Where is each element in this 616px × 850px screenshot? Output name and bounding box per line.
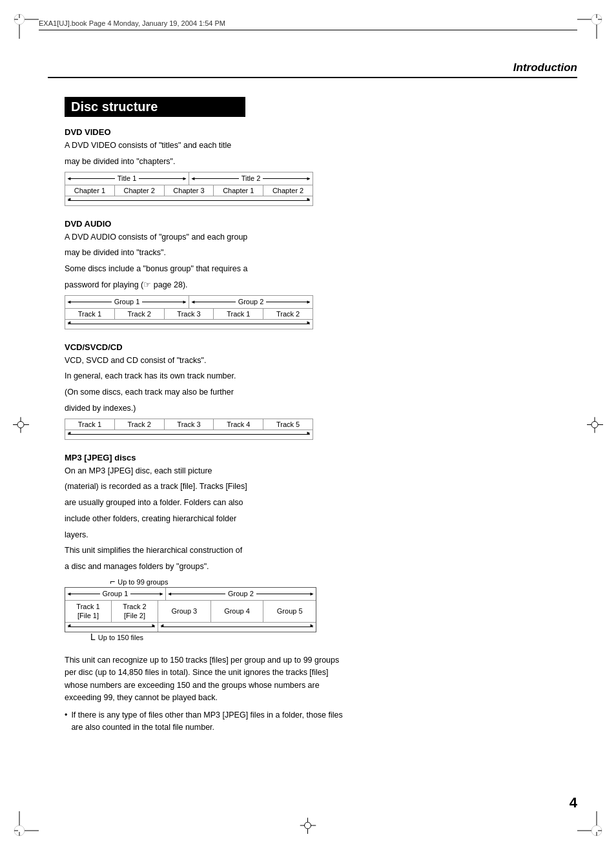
svg-point-20 bbox=[17, 422, 24, 428]
bullet-text: If there is any type of files other than… bbox=[71, 709, 349, 734]
bottom-center-mark bbox=[300, 818, 316, 834]
bullet-dot: • bbox=[65, 709, 67, 734]
vcd-text4: divided by indexes.) bbox=[65, 402, 564, 415]
chapter2: Chapter 2 bbox=[115, 185, 165, 196]
dvd-audio-section: DVD AUDIO A DVD AUDIO consists of "group… bbox=[65, 219, 564, 329]
dvd-chapter-row: Chapter 1 Chapter 2 Chapter 3 Chapter 1 … bbox=[65, 185, 313, 196]
mp3-group1: Group 1 bbox=[100, 590, 131, 597]
chapter5: Chapter 2 bbox=[263, 185, 313, 196]
track1: Track 1 bbox=[65, 309, 115, 319]
title2-label: Title 2 bbox=[239, 174, 263, 182]
mp3-group2: Group 2 bbox=[225, 590, 256, 597]
vcd-track3: Track 3 bbox=[165, 419, 214, 430]
dvd-audio-text4: password for playing (☞ page 28). bbox=[65, 279, 564, 291]
track3: Track 3 bbox=[165, 309, 214, 319]
dvd-audio-text2: may be divided into "tracks". bbox=[65, 247, 564, 259]
vcd-track5: Track 5 bbox=[263, 419, 313, 430]
chapter3: Chapter 3 bbox=[165, 185, 214, 196]
dvd-audio-bottom-arrow: ◄ ► bbox=[65, 320, 313, 329]
side-left-mark bbox=[13, 417, 29, 433]
mp3-text7: a disc and manages folders by "groups". bbox=[65, 561, 564, 573]
vcd-bottom-arrow: ◄ ► bbox=[65, 430, 313, 439]
mp3-diagram: ⌐ Up to 99 groups Group 1 ◄ ► Group 2 ◄ bbox=[65, 577, 564, 641]
bottom-text: This unit can recognize up to 150 tracks… bbox=[65, 656, 339, 702]
mp3-text2: (material) is recorded as a track [file]… bbox=[65, 481, 564, 493]
header-area: EXA1[UJ].book Page 4 Monday, January 19,… bbox=[39, 19, 577, 30]
mp3-group-row: Group 1 ◄ ► Group 2 ◄ ► bbox=[65, 588, 316, 601]
mp3-top-label: Up to 99 groups bbox=[118, 578, 168, 586]
mp3-bottom-label: Up to 150 files bbox=[98, 634, 143, 641]
track5: Track 2 bbox=[263, 309, 313, 319]
vcd-section: VCD/SVCD/CD VCD, SVCD and CD consist of … bbox=[65, 342, 564, 440]
mp3-group3: Group 3 bbox=[158, 601, 211, 622]
dvd-audio-diagram: Group 1 ◄ ► Group 2 ◄ ► Track 1 Tr bbox=[65, 295, 564, 329]
mp3-text1: On an MP3 [JPEG] disc, each still pictur… bbox=[65, 465, 564, 477]
dvd-title-row: Title 1 ◄ ► Title 2 ◄ ► bbox=[65, 172, 313, 185]
corner-tl bbox=[13, 13, 48, 48]
chapter1: Chapter 1 bbox=[65, 185, 115, 196]
svg-point-30 bbox=[305, 822, 311, 829]
mp3-text6: This unit simplifies the hierarchical co… bbox=[65, 544, 564, 557]
mp3-top-label-area: ⌐ Up to 99 groups bbox=[110, 577, 564, 586]
group1-label: Group 1 bbox=[112, 298, 143, 306]
mp3-group4: Group 4 bbox=[211, 601, 264, 622]
dvd-track-row: Track 1 Track 2 Track 3 Track 1 Track 2 bbox=[65, 309, 313, 320]
dvd-audio-text3: Some discs include a "bonus group" that … bbox=[65, 263, 564, 275]
vcd-track1: Track 1 bbox=[65, 419, 115, 430]
section-heading-label: Introduction bbox=[513, 61, 577, 74]
dvd-video-text1: A DVD VIDEO consists of "titles" and eac… bbox=[65, 140, 564, 152]
corner-tr bbox=[568, 13, 603, 48]
title1-label: Title 1 bbox=[115, 174, 139, 182]
dvd-group-row: Group 1 ◄ ► Group 2 ◄ ► bbox=[65, 296, 313, 309]
track4: Track 1 bbox=[214, 309, 263, 319]
main-content: Disc structure DVD VIDEO A DVD VIDEO con… bbox=[65, 97, 564, 734]
section-heading: Introduction bbox=[513, 61, 577, 77]
vcd-track-row: Track 1 Track 2 Track 3 Track 4 Track 5 bbox=[65, 419, 313, 430]
vcd-text2: In general, each track has its own track… bbox=[65, 370, 564, 382]
mp3-heading: MP3 [JPEG] discs bbox=[65, 453, 564, 462]
dvd-video-diagram: Title 1 ◄ ► Title 2 ◄ ► Chapter 1 bbox=[65, 172, 564, 206]
dvd-audio-heading: DVD AUDIO bbox=[65, 219, 564, 229]
dvd-video-text2: may be divided into "chapters". bbox=[65, 156, 564, 168]
dvd-bottom-arrow: ◄ ► bbox=[65, 196, 313, 205]
vcd-track4: Track 4 bbox=[214, 419, 263, 430]
mp3-text5: layers. bbox=[65, 529, 564, 541]
mp3-track1: Track 1[File 1] bbox=[65, 601, 112, 622]
vcd-text3: (On some discs, each track may also be f… bbox=[65, 386, 564, 399]
dvd-video-section: DVD VIDEO A DVD VIDEO consists of "title… bbox=[65, 127, 564, 206]
svg-point-25 bbox=[591, 422, 598, 428]
page-number: 4 bbox=[570, 794, 577, 811]
mp3-inner-arrow-row: ◄ ► ◄ ► bbox=[65, 623, 316, 632]
file-header-text: EXA1[UJ].book Page 4 Monday, January 19,… bbox=[39, 19, 225, 27]
mp3-bottom-label-area: L Up to 150 files bbox=[90, 634, 564, 641]
mp3-diagram-box: Group 1 ◄ ► Group 2 ◄ ► Track 1[File 1] bbox=[65, 587, 316, 632]
mp3-section: MP3 [JPEG] discs On an MP3 [JPEG] disc, … bbox=[65, 453, 564, 641]
vcd-track2: Track 2 bbox=[115, 419, 165, 430]
dvd-audio-text1: A DVD AUDIO consists of "groups" and eac… bbox=[65, 231, 564, 244]
mp3-inner-row: Track 1[File 1] Track 2[File 2] Group 3 … bbox=[65, 601, 316, 623]
mp3-text3: are usually grouped into a folder. Folde… bbox=[65, 497, 564, 509]
side-right-mark bbox=[587, 417, 603, 433]
mp3-group5: Group 5 bbox=[263, 601, 316, 622]
track2: Track 2 bbox=[115, 309, 165, 319]
vcd-text1: VCD, SVCD and CD consist of "tracks". bbox=[65, 355, 564, 367]
disc-structure-title: Disc structure bbox=[65, 97, 245, 117]
mp3-text4: include other folders, creating hierarch… bbox=[65, 513, 564, 525]
bullet-item: • If there is any type of files other th… bbox=[65, 709, 349, 734]
corner-bl bbox=[13, 802, 48, 837]
mp3-track2: Track 2[File 2] bbox=[112, 601, 158, 622]
chapter4: Chapter 1 bbox=[214, 185, 263, 196]
dvd-video-heading: DVD VIDEO bbox=[65, 127, 564, 137]
vcd-heading: VCD/SVCD/CD bbox=[65, 342, 564, 352]
bottom-paragraph: This unit can recognize up to 150 tracks… bbox=[65, 654, 349, 705]
group2-label: Group 2 bbox=[236, 298, 267, 306]
vcd-diagram: Track 1 Track 2 Track 3 Track 4 Track 5 … bbox=[65, 419, 564, 440]
